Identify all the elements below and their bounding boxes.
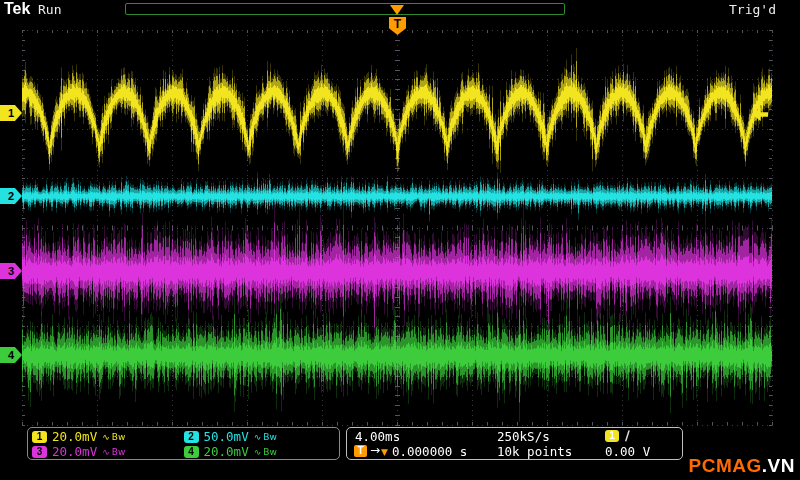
waveform-display[interactable] (0, 0, 800, 480)
coupling-icon: ∿ (254, 432, 262, 442)
coupling-icon: ∿ (102, 447, 110, 457)
channel-2-scale: 50.0mV (204, 429, 249, 444)
record-length-readout: 10k points (497, 444, 572, 459)
trigger-source-badge[interactable]: 1 (605, 430, 619, 442)
timebase-readout[interactable]: 4.00ms (355, 429, 400, 444)
acquisition-preview-bar (125, 3, 565, 15)
channel-2-icons: ∿ Bw (254, 432, 277, 442)
channel-3-readout[interactable]: 3 20.0mV ∿ Bw (32, 444, 184, 459)
channel-4-icons: ∿ Bw (254, 447, 277, 457)
channel-2-readout[interactable]: 2 50.0mV ∿ Bw (184, 429, 336, 444)
trigger-position-readout[interactable]: 0.000000 s (392, 444, 467, 459)
channel-readouts: 1 20.0mV ∿ Bw 2 50.0mV ∿ Bw 3 20.0mV ∿ B… (27, 427, 340, 460)
channel-4-scale: 20.0mV (204, 444, 249, 459)
trigger-slope-icon: ∕ (625, 428, 630, 443)
trigger-position-arrow-icon[interactable] (390, 5, 404, 15)
bandwidth-icon: Bw (263, 432, 277, 442)
acquisition-status: Run (38, 2, 61, 17)
trigger-position-icon: ▼ (381, 445, 388, 460)
channel-3-icons: ∿ Bw (102, 447, 125, 457)
watermark-primary: PCMAG (689, 455, 762, 476)
channel-2-badge: 2 (184, 431, 199, 443)
channel-3-badge: 3 (32, 446, 47, 458)
channel-1-icons: ∿ Bw (102, 432, 125, 442)
oscilloscope-screen: Tek Run Trig'd T 1 2 3 4 1 20.0mV ∿ Bw 2… (0, 0, 800, 480)
bandwidth-icon: Bw (263, 447, 277, 457)
watermark-secondary: .VN (762, 455, 795, 476)
horizontal-trigger-readouts: 4.00ms 250kS/s 10k points T → ▼ 0.000000… (346, 427, 683, 460)
channel-1-scale: 20.0mV (52, 429, 97, 444)
bandwidth-icon: Bw (112, 432, 126, 442)
trigger-status: Trig'd (729, 2, 776, 17)
watermark: PCMAG.VN (689, 455, 795, 477)
trigger-level-readout[interactable]: 0.00 V (605, 444, 650, 459)
trigger-badge: T (354, 445, 367, 457)
channel-4-badge: 4 (184, 446, 199, 458)
sample-rate-readout: 250kS/s (497, 429, 550, 444)
trigger-arrow-icon: → (370, 443, 380, 458)
channel-1-badge: 1 (32, 431, 47, 443)
channel-3-scale: 20.0mV (52, 444, 97, 459)
coupling-icon: ∿ (102, 432, 110, 442)
channel-4-readout[interactable]: 4 20.0mV ∿ Bw (184, 444, 336, 459)
channel-1-readout[interactable]: 1 20.0mV ∿ Bw (32, 429, 184, 444)
bandwidth-icon: Bw (112, 447, 126, 457)
tek-logo: Tek (4, 0, 30, 18)
coupling-icon: ∿ (254, 447, 262, 457)
